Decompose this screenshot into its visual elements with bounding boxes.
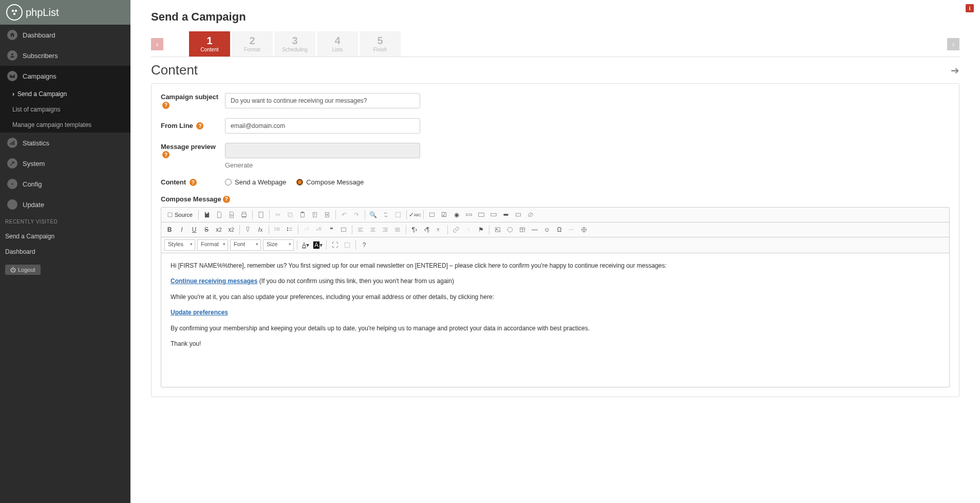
cut-icon[interactable]: ✂: [273, 210, 283, 220]
anchor-icon[interactable]: ⚑: [476, 225, 486, 235]
nav-dashboard[interactable]: Dashboard: [0, 25, 130, 45]
step-3-scheduling[interactable]: 3 Scheduling: [274, 31, 315, 57]
indent-icon[interactable]: [314, 225, 324, 235]
nav-update[interactable]: Update: [0, 194, 130, 215]
nav-subscribers[interactable]: Subscribers: [0, 45, 130, 66]
info-badge[interactable]: i: [966, 4, 974, 12]
numbered-list-icon[interactable]: 12: [272, 225, 282, 235]
section-next-arrow[interactable]: ➔: [951, 64, 959, 77]
paste-word-icon[interactable]: W: [322, 210, 332, 220]
templates-icon[interactable]: [256, 210, 266, 220]
step-2-format[interactable]: 2 Format: [232, 31, 273, 57]
recent-send-campaign[interactable]: Send a Campaign: [0, 229, 130, 244]
show-blocks-icon[interactable]: [342, 240, 352, 250]
blockquote-icon[interactable]: ❝: [326, 225, 336, 235]
button-icon[interactable]: [501, 210, 511, 220]
table-icon[interactable]: [517, 225, 527, 235]
subnav-list-campaigns[interactable]: List of campaigns: [0, 102, 130, 117]
styles-select[interactable]: Styles: [164, 239, 195, 251]
align-left-icon[interactable]: [355, 225, 366, 235]
font-select[interactable]: Font: [230, 239, 261, 251]
unlink-icon[interactable]: [463, 225, 474, 235]
italic-icon[interactable]: I: [177, 225, 187, 235]
format-select[interactable]: Format: [197, 239, 228, 251]
save-icon[interactable]: [202, 210, 212, 220]
redo-icon[interactable]: ↷: [351, 210, 362, 220]
recent-dashboard[interactable]: Dashboard: [0, 244, 130, 259]
textfield-icon[interactable]: [464, 210, 474, 220]
align-right-icon[interactable]: [380, 225, 390, 235]
div-icon[interactable]: [338, 225, 349, 235]
radio-icon[interactable]: ◉: [451, 210, 462, 220]
ltr-icon[interactable]: ¶›: [409, 225, 420, 235]
help-icon[interactable]: ?: [223, 196, 230, 203]
logo[interactable]: phpList: [0, 0, 130, 25]
page-break-icon[interactable]: [567, 225, 577, 235]
spellcheck-icon[interactable]: ✓ABC: [410, 210, 420, 220]
copy-format-icon[interactable]: [243, 225, 253, 235]
subnav-send-campaign[interactable]: Send a Campaign: [0, 86, 130, 102]
print-icon[interactable]: [239, 210, 249, 220]
logout-button[interactable]: ⏻ Logout: [5, 265, 41, 275]
outdent-icon[interactable]: [301, 225, 312, 235]
image-icon[interactable]: [493, 225, 503, 235]
radio-send-webpage[interactable]: Send a Webpage: [225, 178, 286, 186]
find-icon[interactable]: 🔍: [368, 210, 379, 220]
step-prev-button[interactable]: ‹: [151, 38, 163, 50]
nav-config[interactable]: Config: [0, 174, 130, 194]
subnav-manage-templates[interactable]: Manage campaign templates: [0, 117, 130, 133]
align-justify-icon[interactable]: [392, 225, 403, 235]
size-select[interactable]: Size: [263, 239, 294, 251]
radio-compose-message[interactable]: Compose Message: [296, 178, 364, 186]
step-5-finish[interactable]: 5 Finish: [360, 31, 401, 57]
hidden-field-icon[interactable]: [525, 210, 536, 220]
superscript-icon[interactable]: x2: [226, 225, 236, 235]
about-icon[interactable]: ?: [359, 240, 369, 250]
underline-icon[interactable]: U: [189, 225, 199, 235]
link-icon[interactable]: [451, 225, 461, 235]
step-4-lists[interactable]: 4 Lists: [317, 31, 358, 57]
bg-color-icon[interactable]: A▾: [313, 240, 323, 250]
copy-icon[interactable]: [285, 210, 295, 220]
bullet-list-icon[interactable]: [285, 225, 295, 235]
preview-icon[interactable]: [227, 210, 237, 220]
language-icon[interactable]: 文: [434, 225, 444, 235]
continue-link[interactable]: Continue receiving messages: [171, 277, 257, 285]
step-next-button[interactable]: ›: [947, 38, 959, 50]
help-icon[interactable]: ?: [196, 122, 203, 129]
help-icon[interactable]: ?: [162, 102, 169, 109]
maximize-icon[interactable]: ⛶: [330, 240, 340, 250]
step-1-content[interactable]: 1 Content: [189, 31, 230, 57]
image-button-icon[interactable]: [513, 210, 523, 220]
generate-link[interactable]: Generate: [225, 161, 420, 169]
align-center-icon[interactable]: [368, 225, 378, 235]
from-input[interactable]: [225, 118, 420, 134]
paste-text-icon[interactable]: T: [310, 210, 320, 220]
strike-icon[interactable]: S: [201, 225, 212, 235]
flash-icon[interactable]: [505, 225, 515, 235]
iframe-icon[interactable]: [579, 225, 589, 235]
textarea-icon[interactable]: [476, 210, 486, 220]
rtl-icon[interactable]: ‹¶: [422, 225, 432, 235]
hr-icon[interactable]: —: [530, 225, 540, 235]
select-icon[interactable]: [488, 210, 499, 220]
help-icon[interactable]: ?: [162, 151, 169, 158]
special-char-icon[interactable]: Ω: [554, 225, 564, 235]
nav-statistics[interactable]: Statistics: [0, 133, 130, 153]
subscript-icon[interactable]: x2: [214, 225, 224, 235]
undo-icon[interactable]: ↶: [339, 210, 349, 220]
smiley-icon[interactable]: ☺: [542, 225, 552, 235]
editor-content[interactable]: Hi [FIRST NAME%%there], remember us? You…: [161, 253, 949, 387]
paste-icon[interactable]: [297, 210, 308, 220]
nav-campaigns[interactable]: Campaigns: [0, 66, 130, 86]
text-color-icon[interactable]: A▾: [300, 240, 311, 250]
remove-format-icon[interactable]: Ix: [255, 225, 266, 235]
replace-icon[interactable]: [381, 210, 391, 220]
form-icon[interactable]: [427, 210, 437, 220]
update-prefs-link[interactable]: Update preferences: [171, 309, 228, 316]
source-button[interactable]: Source: [164, 211, 195, 219]
help-icon[interactable]: ?: [190, 179, 197, 186]
bold-icon[interactable]: B: [164, 225, 175, 235]
new-page-icon[interactable]: [214, 210, 224, 220]
nav-system[interactable]: System: [0, 153, 130, 174]
